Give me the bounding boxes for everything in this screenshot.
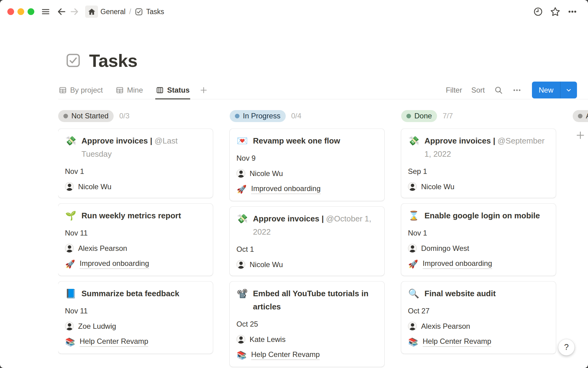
project-link[interactable]: Help Center Revamp bbox=[423, 337, 491, 347]
search-icon[interactable] bbox=[494, 86, 503, 95]
page-header: Tasks bbox=[65, 49, 588, 72]
assignee-name: Zoe Ludwig bbox=[78, 322, 116, 331]
status-dot bbox=[578, 114, 582, 118]
task-card[interactable]: 📘 Summarize beta feedback Nov 11 Zoe Lud… bbox=[58, 282, 213, 354]
project-emoji: 📚 bbox=[236, 351, 247, 360]
project-link[interactable]: Improved onboarding bbox=[423, 259, 492, 269]
assignee-name: Alexis Pearson bbox=[421, 322, 470, 331]
kanban-board: Not Started 0/3 💸 Approve invoices | @La… bbox=[58, 110, 588, 368]
due-date: Sep 1 bbox=[408, 167, 427, 176]
task-emoji: 💸 bbox=[236, 212, 248, 239]
status-pill[interactable]: Done bbox=[401, 110, 437, 122]
assignee-name: Nicole Wu bbox=[250, 169, 283, 178]
task-card[interactable]: 📽️ Embed all YouTube tutorials in articl… bbox=[230, 282, 384, 367]
forward-icon[interactable] bbox=[68, 6, 81, 18]
task-card[interactable]: 💸 Approve invoices | @October 1, 2022 Oc… bbox=[230, 207, 384, 276]
avatar bbox=[236, 260, 245, 269]
favorite-star-icon[interactable] bbox=[549, 6, 562, 18]
app-window: General / Tasks Tasks bbox=[0, 0, 588, 368]
avatar bbox=[236, 169, 245, 178]
avatar bbox=[236, 335, 245, 344]
column-header: Done 7/7 bbox=[401, 110, 556, 122]
column-overflow: A bbox=[573, 110, 588, 368]
filter-button[interactable]: Filter bbox=[446, 86, 462, 94]
status-dot bbox=[235, 114, 239, 118]
task-card[interactable]: ⌛ Enable google login on mobile Nov 1 Do… bbox=[401, 204, 556, 276]
project-emoji: 🚀 bbox=[65, 259, 75, 269]
task-card[interactable]: 🌱 Run weekly metrics report Nov 11 Alexi… bbox=[58, 204, 213, 276]
column-count: 0/3 bbox=[119, 112, 129, 120]
table-icon bbox=[59, 86, 67, 94]
avatar bbox=[408, 244, 417, 253]
breadcrumb-page[interactable]: Tasks bbox=[135, 8, 164, 16]
due-date: Oct 25 bbox=[236, 320, 258, 328]
project-emoji: 🚀 bbox=[408, 259, 418, 269]
task-emoji: 💸 bbox=[65, 134, 77, 161]
home-icon[interactable] bbox=[85, 6, 98, 18]
project-emoji: 📚 bbox=[65, 337, 75, 347]
tab-mine[interactable]: Mine bbox=[115, 81, 144, 99]
project-link[interactable]: Help Center Revamp bbox=[80, 337, 148, 347]
assignee-name: Kate Lewis bbox=[250, 335, 285, 344]
column-header: Not Started 0/3 bbox=[58, 110, 213, 122]
assignee-name: Domingo West bbox=[421, 244, 469, 253]
add-view-icon[interactable] bbox=[199, 86, 208, 94]
task-emoji: 📽️ bbox=[236, 287, 248, 313]
task-card[interactable]: 💌 Revamp week one flow Nov 9 Nicole Wu 🚀… bbox=[230, 129, 384, 201]
avatar bbox=[408, 322, 417, 331]
assignee-name: Nicole Wu bbox=[250, 260, 283, 269]
column-not-started: Not Started 0/3 💸 Approve invoices | @La… bbox=[58, 110, 213, 368]
page-checkbox-icon bbox=[65, 52, 81, 68]
breadcrumb-workspace[interactable]: General bbox=[100, 8, 126, 16]
history-clock-icon[interactable] bbox=[532, 6, 545, 18]
project-emoji: 🚀 bbox=[236, 185, 247, 194]
due-date: Oct 1 bbox=[236, 245, 254, 254]
new-button[interactable]: New bbox=[532, 82, 577, 98]
back-icon[interactable] bbox=[55, 6, 68, 18]
tab-status[interactable]: Status bbox=[155, 81, 190, 99]
avatar bbox=[65, 182, 74, 191]
sort-button[interactable]: Sort bbox=[471, 86, 485, 94]
status-pill[interactable]: A bbox=[573, 110, 588, 122]
status-pill[interactable]: In Progress bbox=[230, 110, 286, 122]
new-dropdown-icon[interactable] bbox=[560, 82, 577, 98]
more-options-icon[interactable] bbox=[566, 6, 579, 18]
view-more-icon[interactable] bbox=[512, 86, 522, 95]
checkbox-icon bbox=[135, 8, 143, 16]
due-date: Nov 11 bbox=[65, 229, 88, 237]
project-emoji: 📚 bbox=[408, 337, 418, 347]
status-dot bbox=[63, 114, 68, 118]
add-card-icon[interactable] bbox=[575, 130, 588, 140]
page-title[interactable]: Tasks bbox=[89, 50, 138, 71]
column-header: In Progress 0/4 bbox=[230, 110, 384, 122]
project-link[interactable]: Improved onboarding bbox=[80, 259, 149, 269]
column-in-progress: In Progress 0/4 💌 Revamp week one flow N… bbox=[230, 110, 384, 368]
column-count: 0/4 bbox=[291, 112, 301, 120]
help-button[interactable]: ? bbox=[558, 339, 575, 355]
tab-by-project[interactable]: By project bbox=[58, 81, 104, 99]
project-link[interactable]: Help Center Revamp bbox=[251, 350, 320, 360]
sidebar-menu-icon[interactable] bbox=[39, 6, 52, 18]
column-count: 7/7 bbox=[443, 112, 453, 120]
zoom-window-button[interactable] bbox=[28, 8, 34, 15]
task-card[interactable]: 💸 Approve invoices | @September 1, 2022 … bbox=[401, 129, 556, 198]
task-emoji: 📘 bbox=[65, 287, 77, 300]
task-emoji: 🌱 bbox=[65, 209, 77, 222]
task-card[interactable]: 💸 Approve invoices | @Last Tuesday Nov 1… bbox=[58, 129, 213, 198]
table-icon bbox=[116, 86, 124, 94]
close-window-button[interactable] bbox=[7, 8, 14, 15]
task-card[interactable]: 🔍 Final website audit Oct 27 Alexis Pear… bbox=[401, 282, 556, 354]
column-header: A bbox=[573, 110, 588, 122]
view-controls: Filter Sort New bbox=[446, 82, 577, 98]
due-date: Nov 1 bbox=[65, 167, 84, 176]
project-link[interactable]: Improved onboarding bbox=[251, 184, 321, 194]
window-controls bbox=[7, 8, 34, 15]
top-bar: General / Tasks bbox=[0, 0, 588, 23]
status-pill[interactable]: Not Started bbox=[58, 110, 114, 122]
minimize-window-button[interactable] bbox=[17, 8, 24, 15]
avatar bbox=[408, 182, 417, 191]
topbar-actions bbox=[532, 6, 579, 18]
view-bar: By project Mine Status bbox=[58, 81, 588, 99]
column-done: Done 7/7 💸 Approve invoices | @September… bbox=[401, 110, 556, 368]
assignee-name: Nicole Wu bbox=[78, 182, 111, 191]
